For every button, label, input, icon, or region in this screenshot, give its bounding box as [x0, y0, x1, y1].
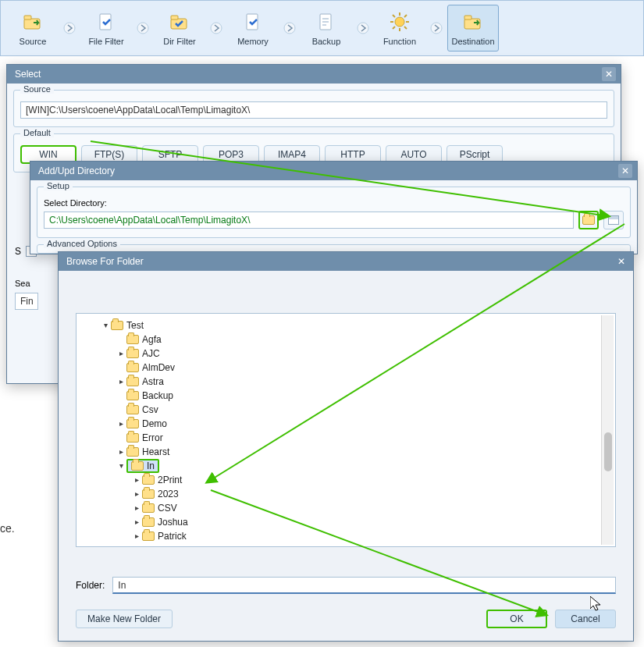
expander-icon[interactable]: ▸ — [116, 417, 126, 431]
tree-item[interactable]: ▸2Print — [76, 473, 615, 487]
expander-icon[interactable]: ▸ — [131, 515, 142, 529]
toolbar: SourceFile FilterDir FilterMemoryBackupF… — [0, 0, 644, 56]
toolbar-label: Backup — [312, 37, 341, 46]
addupd-dialog: Add/Upd Directory ✕ Setup Select Directo… — [30, 161, 638, 254]
tree-item[interactable]: Csv — [76, 403, 615, 417]
file-icon — [315, 11, 337, 35]
tree-item[interactable]: ▸CSV — [76, 501, 615, 515]
folder-icon — [126, 335, 139, 344]
expander-icon[interactable]: ▸ — [131, 529, 142, 543]
gear-icon — [389, 11, 411, 35]
toolbar-dir-filter-button[interactable]: Dir Filter — [154, 5, 205, 52]
tree-item[interactable]: ▸Astra — [76, 375, 615, 389]
tree-label: Astra — [142, 375, 164, 389]
tree-label: Test — [126, 318, 144, 332]
toolbar-label: Function — [383, 37, 416, 46]
toolbar-label: Memory — [237, 37, 269, 46]
folder-icon — [126, 391, 139, 400]
svg-rect-1 — [24, 16, 31, 20]
expander-icon[interactable]: ▸ — [131, 501, 142, 515]
default-legend: Default — [20, 128, 54, 137]
select-dialog-title: Select — [15, 69, 41, 80]
directory-input[interactable] — [44, 212, 574, 229]
chevron-right-icon — [282, 22, 297, 34]
scrollbar[interactable] — [601, 315, 614, 545]
tree-item[interactable]: ▸Hearst — [76, 445, 615, 459]
folder-icon — [142, 475, 155, 485]
browse-folder-button[interactable] — [578, 211, 599, 229]
ok-button[interactable]: OK — [486, 610, 547, 628]
tree-item[interactable]: ▸2023 — [76, 487, 615, 501]
expander-icon[interactable]: ▾ — [116, 459, 126, 473]
toolbar-backup-button[interactable]: Backup — [301, 5, 352, 52]
svg-line-19 — [404, 15, 407, 17]
tree-label: 2Print — [158, 473, 182, 487]
expander-icon[interactable]: ▸ — [116, 445, 126, 459]
tree-item[interactable]: ▸AJC — [76, 347, 615, 361]
tree-item[interactable]: ▸Demo — [76, 417, 615, 431]
tree-rows: ▾TestAgfa▸AJCAlmDev▸AstraBackupCsv▸DemoE… — [76, 318, 615, 543]
tree-item[interactable]: Agfa — [76, 332, 615, 347]
expander-icon[interactable]: ▸ — [116, 375, 126, 389]
tree-label: Patrick — [158, 529, 187, 543]
svg-point-11 — [358, 23, 368, 34]
make-new-folder-button[interactable]: Make New Folder — [76, 610, 173, 628]
folder-icon — [131, 461, 144, 471]
chevron-right-icon — [355, 22, 371, 34]
tree-item[interactable]: ▸Joshua — [76, 515, 615, 529]
chevron-right-icon — [429, 22, 444, 34]
folder-input[interactable] — [112, 577, 616, 594]
expander-icon[interactable]: ▸ — [131, 487, 142, 501]
folder-icon — [142, 517, 155, 527]
svg-point-4 — [137, 23, 148, 34]
svg-rect-3 — [100, 14, 111, 30]
source-group: Source — [13, 90, 614, 127]
tree-item[interactable]: ▾In — [76, 459, 615, 473]
chevron-right-icon — [135, 22, 151, 34]
svg-line-20 — [393, 27, 395, 29]
tree-label: AJC — [142, 347, 160, 361]
folder-icon — [126, 433, 139, 443]
cancel-button[interactable]: Cancel — [555, 610, 616, 628]
toolbar-function-button[interactable]: Function — [374, 5, 425, 52]
source-path-input[interactable] — [20, 101, 607, 119]
folder-icon — [126, 405, 139, 414]
close-icon[interactable]: ✕ — [614, 254, 628, 268]
list-options-button[interactable] — [603, 211, 624, 229]
expander-icon[interactable]: ▾ — [100, 318, 111, 332]
svg-rect-23 — [464, 16, 471, 20]
folder-tree[interactable]: ▾TestAgfa▸AJCAlmDev▸AstraBackupCsv▸DemoE… — [76, 313, 616, 547]
toolbar-file-filter-button[interactable]: File Filter — [80, 5, 132, 52]
expander-icon[interactable]: ▸ — [131, 473, 142, 487]
setup-legend: Setup — [44, 181, 73, 190]
toolbar-destination-button[interactable]: Destination — [447, 5, 499, 52]
folder-go-icon — [462, 11, 484, 35]
svg-rect-8 — [247, 14, 258, 30]
tree-label: Error — [142, 431, 163, 445]
scrollbar-thumb[interactable] — [604, 432, 612, 471]
tree-label: Csv — [142, 403, 158, 417]
toolbar-memory-button[interactable]: Memory — [227, 5, 279, 52]
tree-item[interactable]: Error — [76, 431, 615, 445]
close-icon[interactable]: ✕ — [602, 67, 616, 81]
browse-dialog: Browse For Folder ✕ ▾TestAgfa▸AJCAlmDev▸… — [58, 251, 634, 642]
tree-item[interactable]: ▸Patrick — [76, 529, 615, 543]
tree-item[interactable]: Backup — [76, 389, 615, 403]
svg-line-18 — [404, 27, 407, 29]
tree-label: Backup — [142, 389, 173, 403]
tree-item[interactable]: AlmDev — [76, 361, 615, 375]
chevron-right-icon — [208, 22, 224, 34]
expander-icon[interactable]: ▸ — [116, 347, 126, 361]
folder-label: Folder: — [76, 580, 105, 591]
addupd-titlebar: Add/Upd Directory ✕ — [30, 162, 637, 180]
folder-icon — [582, 215, 595, 225]
tree-item[interactable]: ▾Test — [76, 318, 615, 332]
folder-icon — [126, 377, 139, 386]
toolbar-source-button[interactable]: Source — [7, 5, 59, 52]
close-icon[interactable]: ✕ — [618, 164, 632, 178]
tree-label: Joshua — [158, 515, 188, 529]
fin-input[interactable] — [15, 293, 38, 310]
source-legend: Source — [20, 84, 54, 94]
svg-point-21 — [431, 23, 442, 34]
tree-label: Agfa — [142, 332, 162, 347]
